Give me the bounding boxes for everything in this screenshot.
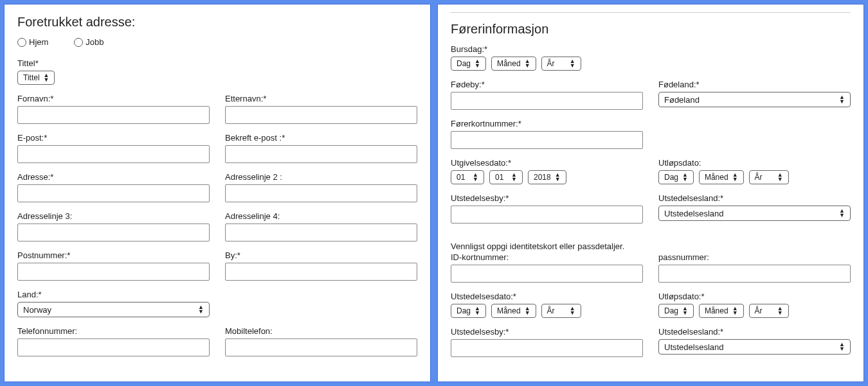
passport-label: passnummer: [658, 252, 851, 262]
mobile-label: Mobiltelefon: [225, 326, 417, 336]
expiry-year-select[interactable]: År [749, 170, 789, 184]
updown-icon [839, 95, 845, 104]
expiry-month-select[interactable]: Måned [699, 170, 744, 184]
confirm-email-label: Bekreft e-post :* [225, 133, 417, 143]
email-input[interactable] [17, 145, 210, 163]
id-expiry-month-select[interactable]: Måned [699, 304, 744, 318]
id-number-input[interactable] [451, 265, 643, 283]
lastname-label: Etternavn:* [225, 94, 417, 103]
postcode-label: Postnummer:* [17, 250, 210, 260]
phone-input[interactable] [17, 338, 210, 356]
updown-icon [682, 173, 688, 182]
id-issue-city-label: Utstedelsesby:* [451, 327, 643, 337]
radio-work-label: Jobb [86, 37, 104, 47]
radio-work[interactable]: Jobb [74, 37, 104, 47]
confirm-email-input[interactable] [225, 145, 417, 163]
id-issue-day-select[interactable]: Dag [451, 304, 486, 318]
id-expiry-day-select[interactable]: Dag [658, 304, 694, 318]
address-type-radios: Hjem Jobb [17, 37, 417, 47]
birthday-day-select[interactable]: Dag [451, 57, 486, 71]
passport-input[interactable] [658, 265, 851, 283]
id-issue-country-label: Utstedelsesland:* [658, 327, 851, 337]
issue-city-label: Utstedelsesby:* [451, 193, 643, 203]
issue-date-label: Utgivelsesdato:* [451, 158, 643, 168]
updown-icon [555, 173, 561, 182]
expiry-day-select[interactable]: Dag [658, 170, 694, 184]
birthday-year-select[interactable]: År [541, 57, 581, 71]
birth-country-label: Fødeland:* [658, 80, 851, 89]
country-select[interactable]: Norway [17, 302, 210, 317]
firstname-label: Fornavn:* [17, 94, 210, 103]
email-label: E-post:* [17, 133, 210, 143]
updown-icon [732, 173, 738, 182]
expiry-date-label: Utløpsdato: [658, 158, 851, 168]
issue-country-label: Utstedelsesland:* [658, 193, 851, 203]
phone-label: Telefonnummer: [17, 326, 210, 336]
issue-day-select[interactable]: 01 [451, 170, 484, 184]
updown-icon [525, 59, 530, 68]
updown-icon [198, 305, 204, 314]
issue-month-select[interactable]: 01 [489, 170, 523, 184]
address4-input[interactable] [225, 224, 417, 241]
license-number-input[interactable] [451, 131, 643, 149]
mobile-input[interactable] [225, 338, 417, 356]
issue-city-input[interactable] [451, 206, 643, 224]
id-number-label: ID-kortnummer: [451, 252, 643, 262]
updown-icon [732, 306, 738, 315]
updown-icon [570, 59, 575, 68]
issue-year-select[interactable]: 2018 [528, 170, 566, 184]
divider [451, 12, 851, 13]
updown-icon [839, 209, 845, 218]
updown-icon [475, 306, 480, 315]
updown-icon [473, 173, 478, 182]
radio-circle-icon [74, 38, 83, 47]
updown-icon [44, 73, 50, 82]
birth-city-label: Fødeby:* [451, 80, 643, 89]
updown-icon [475, 59, 480, 68]
address-label: Adresse:* [17, 172, 210, 182]
birth-city-input[interactable] [451, 92, 643, 110]
id-issue-city-input[interactable] [451, 339, 643, 357]
preferred-address-heading: Foretrukket adresse: [17, 15, 417, 30]
country-label: Land:* [17, 290, 210, 299]
id-issue-date-label: Utstedelsesdato:* [451, 292, 643, 301]
birthday-month-select[interactable]: Måned [491, 57, 536, 71]
updown-icon [511, 173, 517, 182]
id-issue-country-select[interactable]: Utstedelsesland [658, 339, 851, 355]
country-select-value: Norway [23, 305, 51, 315]
postcode-input[interactable] [17, 263, 210, 281]
id-issue-month-select[interactable]: Måned [491, 304, 536, 318]
id-expiry-year-select[interactable]: År [749, 304, 789, 318]
driver-info-heading: Førerinformasjon [451, 22, 851, 37]
address2-input[interactable] [225, 184, 417, 202]
updown-icon [570, 306, 575, 315]
id-intro-text: Vennligst oppgi identitetskort eller pas… [451, 241, 851, 251]
id-issue-year-select[interactable]: År [541, 304, 581, 318]
updown-icon [777, 173, 783, 182]
preferred-address-panel: Foretrukket adresse: Hjem Jobb Tittel* T… [4, 4, 431, 382]
address2-label: Adresselinje 2 : [225, 172, 417, 182]
title-select[interactable]: Tittel [17, 71, 55, 85]
firstname-input[interactable] [17, 106, 210, 124]
title-label: Tittel* [17, 58, 417, 68]
address-input[interactable] [17, 184, 210, 202]
radio-home-label: Hjem [29, 37, 48, 47]
address3-label: Adresselinje 3: [17, 211, 210, 221]
lastname-input[interactable] [225, 106, 417, 124]
updown-icon [777, 306, 783, 315]
address4-label: Adresselinje 4: [225, 211, 417, 221]
updown-icon [839, 342, 845, 351]
birthday-label: Bursdag:* [451, 44, 851, 54]
updown-icon [682, 306, 688, 315]
title-select-value: Tittel [23, 73, 40, 82]
city-label: By:* [225, 250, 417, 260]
address3-input[interactable] [17, 224, 210, 241]
driver-info-panel: Førerinformasjon Bursdag:* Dag Måned År … [437, 4, 864, 382]
radio-home[interactable]: Hjem [17, 37, 48, 47]
issue-country-select[interactable]: Utstedelsesland [658, 206, 851, 221]
city-input[interactable] [225, 263, 417, 281]
id-expiry-date-label: Utløpsdato:* [658, 292, 851, 301]
birth-country-select[interactable]: Fødeland [658, 92, 851, 107]
updown-icon [525, 306, 530, 315]
radio-circle-icon [17, 38, 26, 47]
